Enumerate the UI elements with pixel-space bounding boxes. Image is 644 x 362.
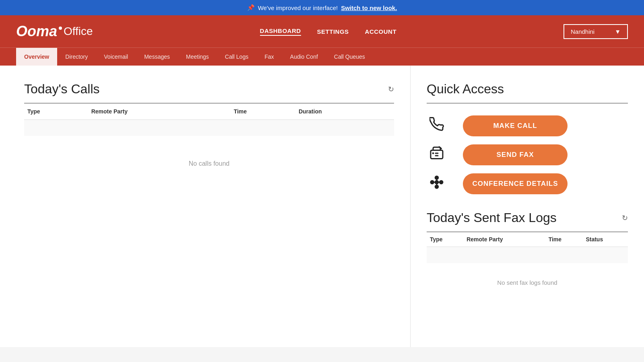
send-fax-row: SEND FAX — [427, 144, 628, 165]
fax-logs-section: Today's Sent Fax Logs ↻ Type Remote Part… — [427, 210, 628, 302]
logo: Ooma Office — [16, 23, 93, 40]
banner-icon: 📌 — [247, 4, 255, 11]
fax-col-status: Status — [582, 232, 628, 247]
phone-icon — [427, 117, 447, 135]
fax-table-header-row: Type Remote Party Time Status — [427, 232, 628, 247]
fax-col-remote-party: Remote Party — [463, 232, 545, 247]
conference-icon — [427, 175, 447, 193]
calls-table-empty-row — [24, 120, 394, 136]
fax-logs-title: Today's Sent Fax Logs — [427, 210, 557, 225]
fax-icon — [427, 146, 447, 164]
send-fax-button[interactable]: SEND FAX — [463, 144, 568, 165]
sub-nav-messages[interactable]: Messages — [136, 48, 178, 66]
col-type: Type — [24, 103, 88, 120]
col-remote-party: Remote Party — [88, 103, 231, 120]
col-time: Time — [231, 103, 295, 120]
conference-details-row: CONFERENCE DETAILS — [427, 173, 628, 194]
user-name: Nandhini — [571, 28, 594, 35]
sub-nav-audio-conf[interactable]: Audio Conf — [282, 48, 326, 66]
calls-table: Type Remote Party Time Duration — [24, 103, 394, 136]
top-banner: 📌 We've improved our interface! Switch t… — [0, 0, 644, 15]
quick-access-divider — [427, 103, 628, 103]
nav-dashboard[interactable]: DASHBOARD — [260, 27, 301, 36]
sub-nav: Overview Directory Voicemail Messages Me… — [0, 47, 644, 66]
quick-access-items: MAKE CALL SEND FAX — [427, 115, 628, 194]
nav-settings[interactable]: SETTINGS — [317, 28, 349, 35]
main-content: Today's Calls ↻ Type Remote Party Time D… — [0, 66, 644, 347]
user-dropdown[interactable]: Nandhini ▼ — [564, 24, 628, 39]
sub-nav-voicemail[interactable]: Voicemail — [96, 48, 136, 66]
fax-col-type: Type — [427, 232, 463, 247]
logo-office: Office — [64, 25, 93, 38]
fax-table-empty-row — [427, 247, 628, 263]
banner-link[interactable]: Switch to new look. — [341, 4, 397, 11]
sub-nav-fax[interactable]: Fax — [256, 48, 282, 66]
sub-nav-directory[interactable]: Directory — [57, 48, 96, 66]
make-call-button[interactable]: MAKE CALL — [463, 115, 568, 136]
logo-dot — [59, 27, 62, 30]
fax-logs-refresh-icon[interactable]: ↻ — [622, 214, 628, 222]
quick-access-title: Quick Access — [427, 82, 628, 97]
user-dropdown-container[interactable]: Nandhini ▼ — [564, 24, 628, 39]
sub-nav-meetings[interactable]: Meetings — [178, 48, 217, 66]
col-duration: Duration — [295, 103, 394, 120]
make-call-row: MAKE CALL — [427, 115, 628, 136]
svg-rect-0 — [431, 150, 443, 159]
sub-nav-call-queues[interactable]: Call Queues — [326, 48, 373, 66]
header: Ooma Office DASHBOARD SETTINGS ACCOUNT N… — [0, 15, 644, 47]
banner-message: We've improved our interface! — [258, 4, 338, 11]
fax-logs-no-data: No sent fax logs found — [427, 263, 628, 302]
dropdown-chevron-icon: ▼ — [615, 28, 621, 35]
calls-refresh-icon[interactable]: ↻ — [388, 85, 394, 94]
fax-col-time: Time — [545, 232, 583, 247]
sub-nav-overview[interactable]: Overview — [16, 48, 57, 66]
conference-details-button[interactable]: CONFERENCE DETAILS — [463, 173, 568, 194]
calls-no-data: No calls found — [24, 136, 394, 191]
calls-title: Today's Calls — [24, 82, 100, 97]
calls-panel: Today's Calls ↻ Type Remote Party Time D… — [0, 66, 411, 347]
fax-logs-table: Type Remote Party Time Status — [427, 232, 628, 263]
fax-logs-header: Today's Sent Fax Logs ↻ — [427, 210, 628, 225]
calls-table-header-row: Type Remote Party Time Duration — [24, 103, 394, 120]
sub-nav-call-logs[interactable]: Call Logs — [217, 48, 256, 66]
calls-section-header: Today's Calls ↻ — [24, 82, 394, 97]
nav-account[interactable]: ACCOUNT — [365, 28, 397, 35]
main-nav: DASHBOARD SETTINGS ACCOUNT — [260, 27, 397, 36]
right-panel: Quick Access MAKE CALL — [411, 66, 644, 347]
logo-ooma: Ooma — [16, 23, 57, 40]
